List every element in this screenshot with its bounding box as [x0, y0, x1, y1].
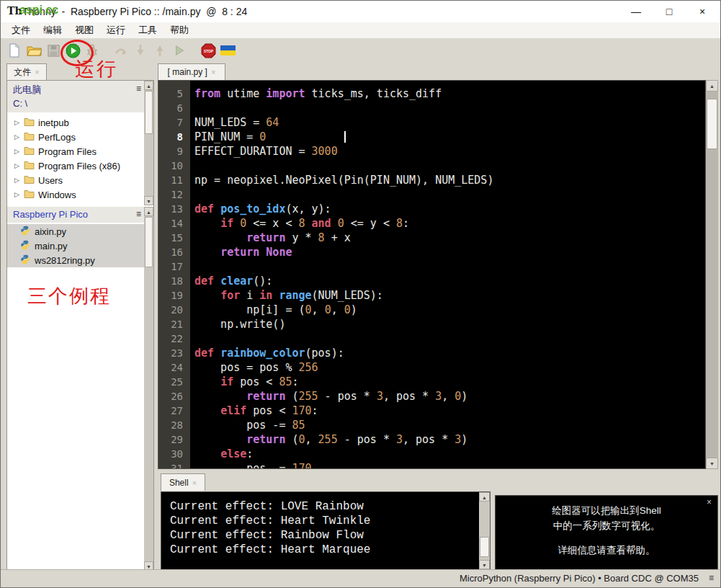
tree-item[interactable]: ▷PerfLogs	[7, 130, 144, 144]
line-number: 28	[158, 418, 183, 432]
menu-bar: 文件编辑视图运行工具帮助	[1, 22, 720, 39]
code-line[interactable]: 16 return None	[158, 245, 705, 259]
code-line[interactable]: 13def pos_to_idx(x, y):	[158, 202, 705, 216]
code-line[interactable]: 17	[158, 259, 705, 274]
menu-item[interactable]: 运行	[100, 22, 132, 38]
tree-item[interactable]: ▷Windows	[7, 187, 144, 202]
resume-button[interactable]	[171, 43, 187, 58]
tab-main-py[interactable]: [ main.py ] ×	[158, 63, 225, 80]
disclosure-triangle-icon[interactable]: ▷	[14, 191, 20, 198]
files-scrollbar[interactable]: ▲ ▼	[144, 81, 153, 205]
code-token	[194, 217, 220, 230]
code-editor[interactable]: 5from utime import ticks_ms, ticks_diff6…	[158, 80, 706, 469]
code-line[interactable]: 27 elif pos < 170:	[158, 404, 705, 418]
code-token: (NUM_LEDS):	[312, 289, 383, 302]
code-line[interactable]: 10	[158, 159, 705, 173]
pico-file-item[interactable]: main.py	[7, 239, 145, 253]
tree-item[interactable]: ▷Program Files (x86)	[7, 159, 144, 173]
scroll-up-icon[interactable]: ▲	[144, 207, 153, 216]
tab-close-icon[interactable]: ×	[192, 478, 197, 487]
code-line[interactable]: 8PIN_NUM = 0	[158, 130, 705, 144]
code-line[interactable]: 21 np.write()	[158, 317, 705, 331]
menu-item[interactable]: 帮助	[164, 22, 195, 38]
code-line[interactable]: 12	[158, 187, 705, 202]
code-line[interactable]: 9EFFECT_DURATION = 3000	[158, 144, 705, 159]
tab-files[interactable]: 文件 ×	[6, 63, 47, 80]
minimize-button[interactable]: —	[619, 1, 653, 22]
code-line[interactable]: 25 if pos < 85:	[158, 375, 705, 389]
code-line[interactable]: 29 return (0, 255 - pos * 3, pos * 3)	[158, 432, 705, 447]
menu-item[interactable]: 编辑	[37, 22, 68, 38]
code-line[interactable]: 11np = neopixel.NeoPixel(Pin(PIN_NUM), N…	[158, 173, 705, 187]
open-file-button[interactable]	[26, 43, 42, 58]
pico-file-item[interactable]: aixin.py	[7, 224, 145, 239]
code-token: 0	[454, 390, 461, 403]
step-into-button[interactable]	[133, 43, 148, 58]
close-button[interactable]: ×	[686, 1, 719, 22]
scroll-up-icon[interactable]: ▲	[479, 492, 490, 502]
scroll-down-icon[interactable]: ▼	[144, 196, 153, 205]
save-button[interactable]	[45, 43, 61, 58]
disclosure-triangle-icon[interactable]: ▷	[14, 162, 20, 169]
shell-output[interactable]: Current effect: LOVE RainbowCurrent effe…	[161, 491, 491, 570]
code-line[interactable]: 23def rainbow_color(pos):	[158, 346, 705, 360]
code-line[interactable]: 19 for i in range(NUM_LEDS):	[158, 288, 705, 303]
disclosure-triangle-icon[interactable]: ▷	[14, 177, 20, 184]
tree-item[interactable]: ▷inetpub	[7, 115, 144, 130]
files-menu-icon[interactable]: ≡	[136, 84, 141, 94]
pico-menu-icon[interactable]: ≡	[136, 209, 141, 219]
pico-file-label: aixin.py	[35, 226, 66, 237]
scroll-down-icon[interactable]: ▼	[479, 560, 490, 569]
scroll-thumb[interactable]	[480, 537, 489, 557]
scroll-up-icon[interactable]: ▲	[144, 81, 153, 90]
pico-scrollbar[interactable]: ▲ ▼	[144, 207, 153, 571]
tab-shell[interactable]: Shell ×	[161, 473, 205, 491]
code-line[interactable]: 6	[158, 101, 705, 115]
code-line[interactable]: 24 pos = pos % 256	[158, 360, 705, 375]
tree-item[interactable]: ▷Users	[7, 173, 144, 187]
maximize-button[interactable]: □	[653, 1, 686, 22]
tab-close-icon[interactable]: ×	[35, 68, 39, 76]
interpreter-status[interactable]: MicroPython (Raspberry Pi Pico) • Board …	[460, 573, 699, 584]
scroll-thumb[interactable]	[145, 91, 153, 134]
scroll-down-icon[interactable]: ▼	[706, 458, 718, 469]
python-file-icon	[20, 240, 30, 252]
shell-scrollbar[interactable]: ▲ ▼	[479, 492, 490, 569]
code-line[interactable]: 7NUM_LEDS = 64	[158, 115, 705, 130]
code-line[interactable]: 30 else:	[158, 447, 705, 461]
stop-button[interactable]: STOP	[200, 43, 216, 58]
line-number: 21	[158, 317, 183, 331]
line-number: 7	[158, 115, 183, 130]
editor-scrollbar[interactable]: ▲ ▼	[706, 80, 718, 469]
status-menu-icon[interactable]: ≡	[709, 573, 714, 583]
drive-path[interactable]: C: \	[13, 98, 27, 109]
code-line[interactable]: 15 return y * 8 + x	[158, 231, 705, 245]
examples-annotation-label: 三个例程	[27, 283, 111, 309]
new-file-button[interactable]	[6, 43, 22, 58]
code-token: + x	[325, 231, 351, 244]
disclosure-triangle-icon[interactable]: ▷	[14, 148, 20, 155]
step-out-button[interactable]	[152, 43, 168, 58]
code-line[interactable]: 22	[158, 331, 705, 346]
scroll-up-icon[interactable]: ▲	[706, 80, 718, 92]
code-line[interactable]: 14 if 0 <= x < 8 and 0 <= y < 8:	[158, 216, 705, 231]
code-line[interactable]: 5from utime import ticks_ms, ticks_diff	[158, 86, 705, 101]
menu-item[interactable]: 工具	[132, 22, 164, 38]
menu-item[interactable]: 视图	[68, 22, 100, 38]
code-line[interactable]: 31 pos -= 170	[158, 461, 705, 469]
code-line[interactable]: 20 np[i] = (0, 0, 0)	[158, 303, 705, 317]
scroll-thumb[interactable]	[707, 99, 717, 149]
disclosure-triangle-icon[interactable]: ▷	[14, 119, 20, 126]
pico-file-item[interactable]: ws2812ring.py	[7, 253, 145, 267]
tree-item[interactable]: ▷Program Files	[7, 144, 144, 159]
disclosure-triangle-icon[interactable]: ▷	[14, 133, 20, 141]
ukraine-flag-button[interactable]	[220, 43, 236, 58]
tab-close-icon[interactable]: ×	[211, 68, 215, 76]
plotter-line: 中的一系列数字可视化。	[496, 518, 717, 533]
menu-item[interactable]: 文件	[5, 22, 37, 38]
code-token	[194, 390, 246, 403]
code-line[interactable]: 18def clear():	[158, 274, 705, 288]
code-line[interactable]: 28 pos -= 85	[158, 418, 705, 432]
scroll-thumb[interactable]	[145, 217, 153, 267]
code-line[interactable]: 26 return (255 - pos * 3, pos * 3, 0)	[158, 389, 705, 404]
